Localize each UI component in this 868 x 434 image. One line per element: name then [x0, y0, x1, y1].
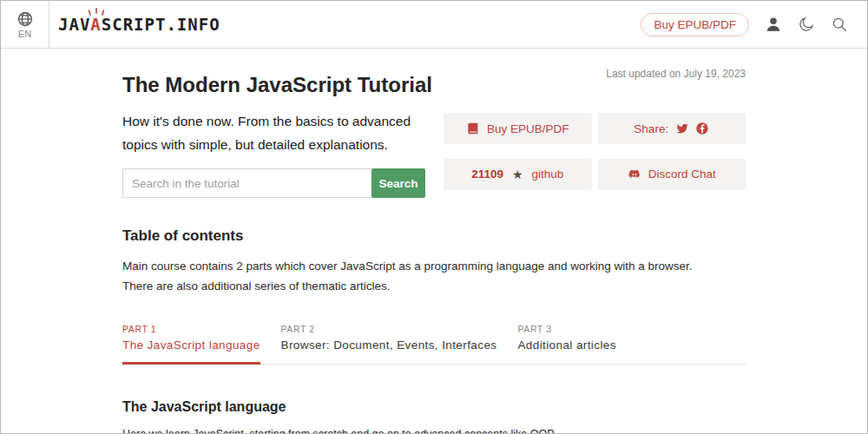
search-button[interactable]: Search: [372, 168, 425, 198]
hero-row: How it's done now. From the basics to ad…: [122, 109, 746, 198]
share-label: Share:: [634, 122, 668, 135]
page-title: The Modern JavaScript Tutorial: [122, 73, 432, 97]
discord-button[interactable]: Discord Chat: [598, 159, 746, 190]
hero-subtitle: How it's done now. From the basics to ad…: [122, 109, 428, 156]
search-input[interactable]: [122, 168, 372, 198]
section-heading: The JavaScript language: [122, 399, 746, 415]
logo-text-post: SCRIPT.INFO: [102, 15, 220, 34]
tab-part-2-label: Browser: Document, Events, Interfaces: [281, 339, 497, 352]
github-label: github: [532, 168, 564, 181]
section-paragraph-1: Here we learn JavaScript, starting from …: [122, 426, 713, 434]
discord-icon: [628, 168, 641, 181]
tab-part-3-eyebrow: PART 3: [517, 324, 615, 334]
tab-part-1-label: The JavaScript language: [122, 339, 260, 352]
language-label: EN: [18, 29, 31, 39]
tab-part-1[interactable]: PART 1 The JavaScript language: [122, 324, 260, 365]
page-frame: EN JAVASCRIPT.INFO Buy EPUB/PDF The Mode…: [0, 0, 868, 434]
main-content: The Modern JavaScript Tutorial Last upda…: [1, 49, 867, 434]
github-button[interactable]: 21109 ★ github: [444, 159, 592, 190]
facebook-icon[interactable]: [695, 122, 709, 135]
share-icons: [675, 122, 709, 135]
buy-epub-button[interactable]: Buy EPUB/PDF: [444, 113, 592, 144]
toc-description: Main course contains 2 parts which cover…: [122, 257, 704, 296]
header-search-icon[interactable]: [831, 16, 848, 33]
toc-heading: Table of contents: [122, 227, 746, 245]
logo-antenna-a: A: [90, 15, 101, 34]
book-icon: [466, 122, 480, 135]
tab-part-3[interactable]: PART 3 Additional articles: [517, 324, 615, 365]
hero-left: How it's done now. From the basics to ad…: [122, 109, 428, 198]
star-icon: ★: [512, 168, 523, 181]
account-icon[interactable]: [765, 16, 782, 33]
tab-part-1-eyebrow: PART 1: [122, 324, 260, 334]
search-form: Search: [122, 168, 428, 198]
discord-label: Discord Chat: [648, 168, 716, 181]
tab-part-3-label: Additional articles: [517, 339, 615, 352]
share-button[interactable]: Share:: [598, 113, 746, 144]
github-star-count: 21109: [471, 168, 503, 181]
logo-text-pre: JAV: [58, 15, 90, 34]
parts-tabs: PART 1 The JavaScript language PART 2 Br…: [122, 324, 746, 365]
header: EN JAVASCRIPT.INFO Buy EPUB/PDF: [1, 1, 867, 49]
action-buttons-grid: Buy EPUB/PDF Share: 211: [444, 113, 746, 198]
twitter-icon[interactable]: [675, 122, 689, 135]
globe-icon: [16, 10, 34, 28]
tab-part-2[interactable]: PART 2 Browser: Document, Events, Interf…: [281, 324, 497, 365]
header-actions: Buy EPUB/PDF: [641, 1, 867, 48]
title-row: The Modern JavaScript Tutorial Last upda…: [122, 68, 746, 97]
tab-part-2-eyebrow: PART 2: [281, 324, 497, 334]
header-buy-epub-button[interactable]: Buy EPUB/PDF: [641, 13, 749, 36]
antenna-rays-icon: [89, 8, 104, 16]
site-logo[interactable]: JAVASCRIPT.INFO: [49, 1, 220, 48]
language-switcher[interactable]: EN: [1, 1, 49, 48]
buy-epub-label: Buy EPUB/PDF: [487, 122, 569, 135]
dark-theme-toggle-icon[interactable]: [798, 16, 815, 33]
last-updated-text: Last updated on July 19, 2023: [606, 68, 746, 80]
